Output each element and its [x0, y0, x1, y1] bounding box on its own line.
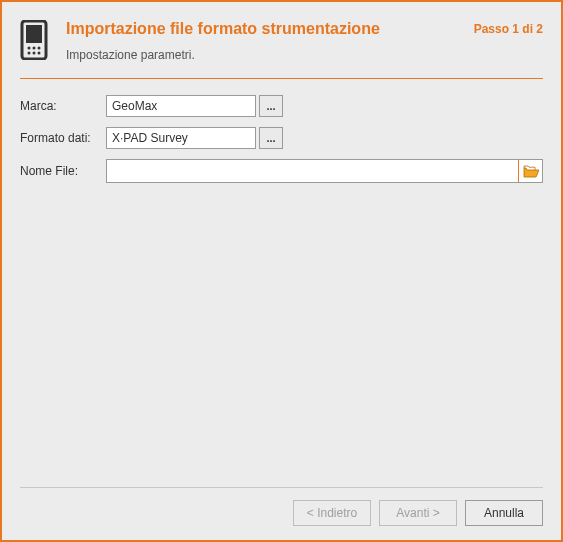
svg-point-6 [33, 52, 36, 55]
svg-point-2 [28, 47, 31, 50]
format-input[interactable] [106, 127, 256, 149]
dialog-header: Importazione file formato strumentazione… [20, 14, 543, 64]
next-button: Avanti > [379, 500, 457, 526]
dialog-title: Importazione file formato strumentazione [66, 20, 460, 38]
svg-point-5 [28, 52, 31, 55]
filename-label: Nome File: [20, 164, 106, 178]
form-area: Marca: ... Formato dati: ... Nome File: [20, 95, 543, 487]
header-divider [20, 78, 543, 79]
format-field-group: ... [106, 127, 283, 149]
filename-input[interactable] [107, 160, 518, 182]
folder-open-button[interactable] [518, 160, 542, 182]
filename-field-group [106, 159, 543, 183]
cancel-button[interactable]: Annulla [465, 500, 543, 526]
filename-row: Nome File: [20, 159, 543, 183]
folder-open-icon [523, 165, 539, 178]
dialog-footer: < Indietro Avanti > Annulla [20, 487, 543, 526]
header-text: Importazione file formato strumentazione… [66, 20, 460, 62]
svg-point-7 [38, 52, 41, 55]
format-browse-button[interactable]: ... [259, 127, 283, 149]
format-label: Formato dati: [20, 131, 106, 145]
svg-point-4 [38, 47, 41, 50]
brand-row: Marca: ... [20, 95, 543, 117]
svg-rect-1 [26, 25, 42, 43]
brand-label: Marca: [20, 99, 106, 113]
brand-browse-button[interactable]: ... [259, 95, 283, 117]
dialog-subtitle: Impostazione parametri. [66, 48, 460, 62]
svg-point-3 [33, 47, 36, 50]
format-row: Formato dati: ... [20, 127, 543, 149]
filename-input-wrap [106, 159, 543, 183]
device-icon [20, 20, 52, 64]
brand-input[interactable] [106, 95, 256, 117]
back-button: < Indietro [293, 500, 371, 526]
brand-field-group: ... [106, 95, 283, 117]
import-dialog: Importazione file formato strumentazione… [0, 0, 563, 542]
step-indicator: Passo 1 di 2 [474, 20, 543, 36]
